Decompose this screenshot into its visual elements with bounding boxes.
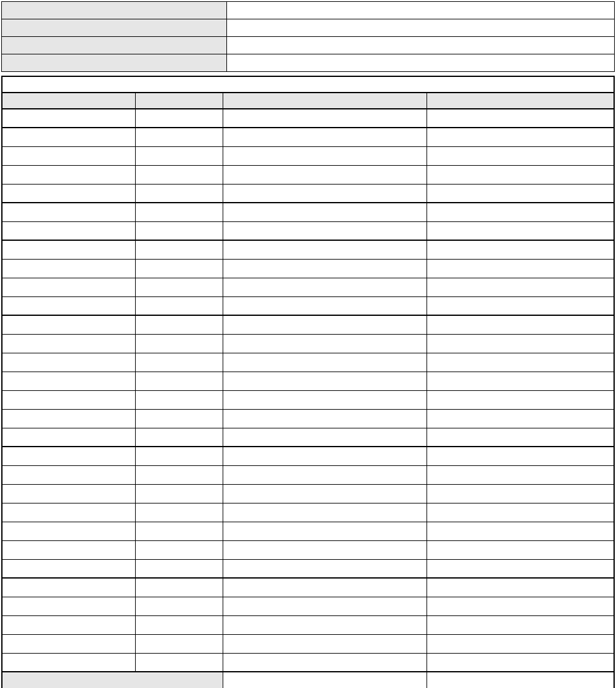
table-row <box>2 653 614 672</box>
table-row <box>2 278 614 296</box>
header-value-3[interactable] <box>227 37 615 54</box>
table-row <box>2 240 614 259</box>
col-header-2 <box>135 93 223 109</box>
table-row <box>2 578 614 597</box>
col-header-1 <box>2 93 135 109</box>
table-row <box>2 353 614 372</box>
table-row <box>2 259 614 278</box>
table-row <box>2 447 614 465</box>
header-label-2 <box>2 19 227 37</box>
table-row <box>2 334 614 353</box>
table-row <box>2 128 614 146</box>
header-label-4 <box>2 54 227 72</box>
footer-value-2[interactable] <box>427 672 614 688</box>
table-row <box>2 184 614 203</box>
table-row <box>2 221 614 240</box>
table-row <box>2 634 614 653</box>
footer-row <box>2 672 614 688</box>
col-header-3 <box>223 93 427 109</box>
table-row <box>2 503 614 522</box>
header-row-3 <box>2 37 615 54</box>
table-row <box>2 372 614 390</box>
title-row <box>2 76 614 93</box>
table-row <box>2 522 614 540</box>
column-header-row <box>2 93 614 109</box>
table-row <box>2 597 614 615</box>
table-row <box>2 203 614 221</box>
footer-value-1[interactable] <box>223 672 427 688</box>
header-label-1 <box>2 2 227 19</box>
header-label-3 <box>2 37 227 54</box>
col-header-4 <box>427 93 614 109</box>
header-value-4[interactable] <box>227 54 615 72</box>
table-row <box>2 428 614 447</box>
header-table <box>1 1 615 72</box>
table-row <box>2 409 614 428</box>
table-row <box>2 165 614 184</box>
header-row-4 <box>2 54 615 72</box>
table-row <box>2 540 614 559</box>
table-row <box>2 465 614 484</box>
header-row-2 <box>2 19 615 37</box>
header-value-2[interactable] <box>227 19 615 37</box>
table-row <box>2 559 614 578</box>
header-value-1[interactable] <box>227 2 615 19</box>
table-row <box>2 484 614 503</box>
table-row <box>2 109 614 128</box>
footer-label <box>2 672 223 688</box>
table-title <box>2 76 614 93</box>
table-row <box>2 146 614 165</box>
table-row <box>2 296 614 315</box>
table-row <box>2 615 614 634</box>
main-table <box>1 76 615 688</box>
table-row <box>2 390 614 409</box>
table-row <box>2 315 614 334</box>
header-row-1 <box>2 2 615 19</box>
